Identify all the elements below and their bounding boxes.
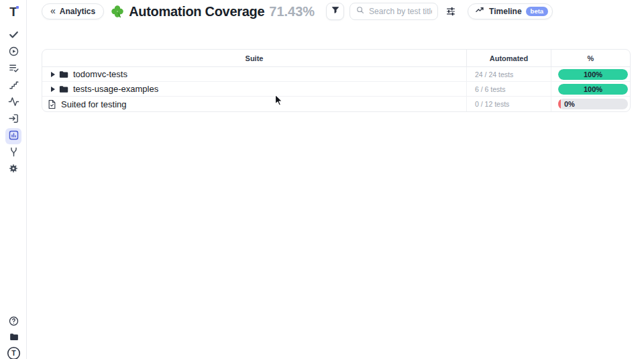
- coverage-bar-label: 100%: [558, 84, 628, 95]
- branch-icon: [8, 146, 19, 160]
- automated-cell: 24 / 24 tests: [467, 67, 551, 81]
- suite-cell[interactable]: todomvc-tests: [42, 67, 467, 81]
- page-header: « Analytics Automation Coverage 71.43%: [27, 0, 644, 23]
- help-icon: [8, 315, 19, 329]
- table-row: Suited for testing 0 / 12 tests 0%: [42, 97, 630, 111]
- suite-name: todomvc-tests: [73, 69, 127, 79]
- sidebar-item-tests[interactable]: [5, 28, 21, 44]
- file-check-icon: [48, 99, 56, 109]
- suite-name: tests-usage-examples: [73, 84, 158, 94]
- coverage-bar: 0%: [558, 99, 628, 109]
- sidebar-item-branches[interactable]: [5, 145, 21, 161]
- coverage-bar-label: 0%: [558, 99, 628, 109]
- analytics-chart-icon: [8, 130, 19, 144]
- coverage-percent: 71.43%: [269, 4, 315, 19]
- back-to-analytics-button[interactable]: « Analytics: [42, 3, 104, 19]
- sliders-icon[interactable]: [445, 6, 456, 17]
- percent-cell: 0%: [551, 97, 630, 111]
- sidebar-item-settings[interactable]: [5, 162, 21, 178]
- svg-text:T: T: [11, 349, 16, 357]
- sidebar: T: [0, 0, 27, 359]
- search-input[interactable]: [369, 7, 432, 16]
- caret-right-icon[interactable]: [51, 72, 55, 77]
- stairs-icon: [8, 79, 19, 93]
- page-title: Automation Coverage: [129, 4, 264, 19]
- table-row: todomvc-tests 24 / 24 tests 100%: [42, 67, 630, 82]
- suite-name: Suited for testing: [61, 99, 127, 109]
- search-box: [350, 3, 438, 20]
- column-header-suite: Suite: [42, 50, 467, 66]
- folder-icon: [59, 85, 68, 93]
- projects-button[interactable]: [5, 330, 21, 346]
- search-icon: [356, 5, 365, 17]
- table-header: Suite Automated %: [42, 50, 630, 67]
- column-header-automated: Automated: [467, 50, 551, 66]
- suite-cell[interactable]: Suited for testing: [42, 97, 467, 111]
- projects-folder-icon: [8, 331, 19, 346]
- sidebar-item-plans[interactable]: [5, 61, 21, 77]
- sidebar-item-analytics[interactable]: [5, 128, 21, 144]
- gear-icon: [8, 163, 19, 176]
- coverage-bar-label: 100%: [558, 69, 628, 80]
- pulse-icon: [8, 96, 19, 110]
- percent-cell: 100%: [551, 82, 630, 96]
- filter-button[interactable]: [326, 3, 344, 20]
- sidebar-item-steps[interactable]: [5, 78, 21, 94]
- list-check-icon: [8, 62, 19, 76]
- table-row: tests-usage-examples 6 / 6 tests 100%: [42, 82, 630, 97]
- trend-icon: [475, 5, 485, 18]
- automated-cell: 6 / 6 tests: [467, 82, 551, 96]
- timeline-button[interactable]: Timeline beta: [468, 3, 553, 19]
- sidebar-item-pulse[interactable]: [5, 95, 21, 111]
- clover-icon: [111, 5, 124, 18]
- beta-badge: beta: [526, 7, 549, 17]
- folder-icon: [59, 70, 68, 79]
- sidebar-item-pulls[interactable]: [5, 111, 21, 127]
- logo-letter: T: [9, 5, 17, 18]
- profile-avatar[interactable]: T: [5, 346, 21, 359]
- timeline-label: Timeline: [489, 7, 521, 16]
- coverage-bar: 100%: [558, 69, 628, 80]
- percent-cell: 100%: [551, 67, 630, 81]
- help-button[interactable]: [5, 314, 21, 330]
- coverage-table: Suite Automated % todomvc-tests 24 / 24 …: [42, 49, 631, 112]
- coverage-bar: 100%: [558, 84, 628, 95]
- avatar-icon: T: [7, 346, 21, 359]
- automated-cell: 0 / 12 tests: [467, 97, 551, 111]
- chevrons-left-icon: «: [50, 6, 56, 15]
- import-icon: [8, 113, 19, 127]
- play-circle-icon: [8, 46, 19, 60]
- sidebar-nav: [5, 28, 21, 178]
- suite-cell[interactable]: tests-usage-examples: [42, 82, 467, 96]
- funnel-icon: [331, 5, 340, 17]
- caret-right-icon[interactable]: [51, 87, 55, 92]
- column-header-percent: %: [551, 50, 630, 66]
- sidebar-item-runs[interactable]: [5, 44, 21, 60]
- app-logo[interactable]: T: [5, 3, 21, 19]
- back-button-label: Analytics: [60, 7, 95, 16]
- check-icon: [8, 29, 19, 43]
- sidebar-bottom: T: [5, 314, 21, 359]
